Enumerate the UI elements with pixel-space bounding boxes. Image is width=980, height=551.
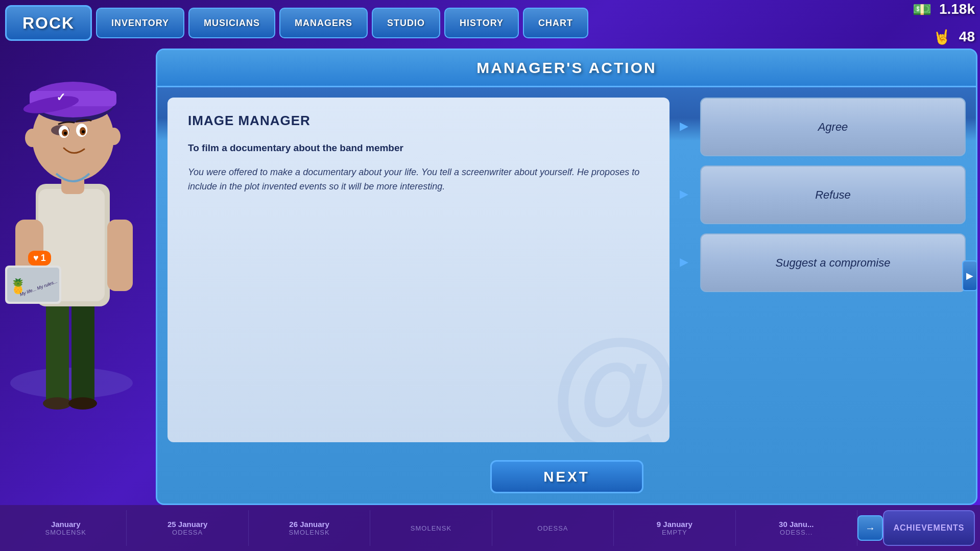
timeline-item-6: 30 Janu... ODESS... xyxy=(736,510,857,546)
svg-point-26 xyxy=(25,129,39,147)
timeline-date-1: 25 January xyxy=(168,520,207,529)
svg-rect-1 xyxy=(46,301,69,403)
top-navigation: ROCK INVENTORY MUSICIANS MANAGERS STUDIO… xyxy=(0,0,980,46)
timeline-city-5: EMPTY xyxy=(662,529,687,536)
content-italic-text: You were offered to make a documentary a… xyxy=(188,165,649,195)
svg-point-27 xyxy=(107,128,121,145)
panel-footer: NEXT xyxy=(157,452,976,504)
nav-studio-label: STUDIO xyxy=(387,18,425,29)
watermark: @ xyxy=(550,320,670,442)
logo-text: ROCK xyxy=(22,14,75,33)
content-subtitle: IMAGE MANAGER xyxy=(188,113,649,129)
nav-musicians-button[interactable]: MUSICIANS xyxy=(188,8,275,38)
compromise-arrow-icon: ▶ xyxy=(680,255,695,271)
nav-managers-button[interactable]: MANAGERS xyxy=(279,8,368,38)
timeline-city-6: ODESS... xyxy=(780,529,812,536)
main-panel: MANAGER'S ACTION @ IMAGE MANAGER To film… xyxy=(156,49,977,505)
nav-chart-button[interactable]: CHART xyxy=(523,8,588,38)
money-row: 💵 1.18k xyxy=(910,0,975,22)
notif-icon: ♥ xyxy=(33,253,39,263)
choices-area: ▶ Agree ▶ Refuse ▶ Suggest a compromise xyxy=(680,98,966,442)
nav-inventory-label: INVENTORY xyxy=(111,18,169,29)
nav-chart-label: CHART xyxy=(538,18,573,29)
nav-inventory-button[interactable]: INVENTORY xyxy=(96,8,184,38)
timeline-item-5: 9 January EMPTY xyxy=(614,510,735,546)
nav-history-label: HISTORY xyxy=(460,18,504,29)
achievements-button[interactable]: ACHIEVEMENTS xyxy=(883,510,975,546)
svg-rect-2 xyxy=(71,301,94,403)
character-area: 🍍 ✓ xyxy=(0,0,143,419)
choice-row-refuse: ▶ Refuse xyxy=(680,165,966,224)
timeline-item-2: 26 January SMOLENSK xyxy=(249,510,370,546)
choice-row-agree: ▶ Agree xyxy=(680,98,966,156)
content-bold-text: To film a documentary about the band mem… xyxy=(188,141,649,156)
nav-managers-label: MANAGERS xyxy=(295,18,352,29)
timeline-city-4: ODESSA xyxy=(537,524,568,532)
notif-count: 1 xyxy=(41,253,46,263)
timeline-item-1: 25 January ODESSA xyxy=(127,510,248,546)
agree-label: Agree xyxy=(818,121,848,134)
refuse-label: Refuse xyxy=(815,188,851,202)
timeline-date-6: 30 Janu... xyxy=(779,520,814,529)
panel-header: MANAGER'S ACTION xyxy=(157,50,976,87)
agree-button[interactable]: Agree xyxy=(700,98,966,156)
fans-row: 🤘 48 xyxy=(929,24,975,50)
nav-studio-button[interactable]: STUDIO xyxy=(372,8,440,38)
content-area: @ IMAGE MANAGER To film a documentary ab… xyxy=(168,98,670,442)
timeline-city-3: SMOLENSK xyxy=(411,524,451,532)
timeline-city-2: SMOLENSK xyxy=(289,529,329,536)
compromise-label: Suggest a compromise xyxy=(776,256,891,270)
choice-row-compromise: ▶ Suggest a compromise xyxy=(680,233,966,292)
svg-rect-11 xyxy=(107,220,133,291)
timeline-item-3: SMOLENSK xyxy=(370,510,492,546)
nav-musicians-label: MUSICIANS xyxy=(204,18,260,29)
refuse-button[interactable]: Refuse xyxy=(700,165,966,224)
timeline-item-0: January SMOLENSK xyxy=(5,510,127,546)
fans-icon: 🤘 xyxy=(929,24,955,50)
agree-arrow-icon: ▶ xyxy=(680,119,695,135)
refuse-arrow-icon: ▶ xyxy=(680,187,695,203)
money-value: 1.18k xyxy=(939,1,975,17)
timeline-date-0: January xyxy=(51,520,81,529)
svg-point-24 xyxy=(64,132,67,135)
fans-value: 48 xyxy=(959,29,975,45)
timeline-date-5: 9 January xyxy=(657,520,692,529)
next-button[interactable]: NEXT xyxy=(490,460,643,493)
svg-text:✓: ✓ xyxy=(56,91,65,104)
timeline-next-button[interactable]: → xyxy=(857,515,883,541)
timeline-date-2: 26 January xyxy=(289,520,329,529)
notification-badge: ♥ 1 xyxy=(28,251,51,266)
svg-point-25 xyxy=(82,130,85,133)
money-icon: 💵 xyxy=(910,0,935,22)
currency-display: 💵 1.18k 🤘 48 xyxy=(910,0,975,50)
svg-point-3 xyxy=(43,397,71,410)
timeline-city-0: SMOLENSK xyxy=(45,529,86,536)
next-label: NEXT xyxy=(543,469,590,485)
svg-point-4 xyxy=(68,397,97,410)
logo-button[interactable]: ROCK xyxy=(5,5,92,41)
nav-history-button[interactable]: HISTORY xyxy=(444,8,519,38)
achievements-label: ACHIEVEMENTS xyxy=(893,523,964,533)
timeline-city-1: ODESSA xyxy=(172,529,203,536)
timeline-item-4: ODESSA xyxy=(492,510,614,546)
timeline-bar: January SMOLENSK 25 January ODESSA 26 Ja… xyxy=(0,505,980,551)
compromise-button[interactable]: Suggest a compromise xyxy=(700,233,966,292)
panel-body: @ IMAGE MANAGER To film a documentary ab… xyxy=(157,87,976,452)
expand-button[interactable]: ▶ xyxy=(962,260,977,291)
panel-title: MANAGER'S ACTION xyxy=(476,59,656,76)
